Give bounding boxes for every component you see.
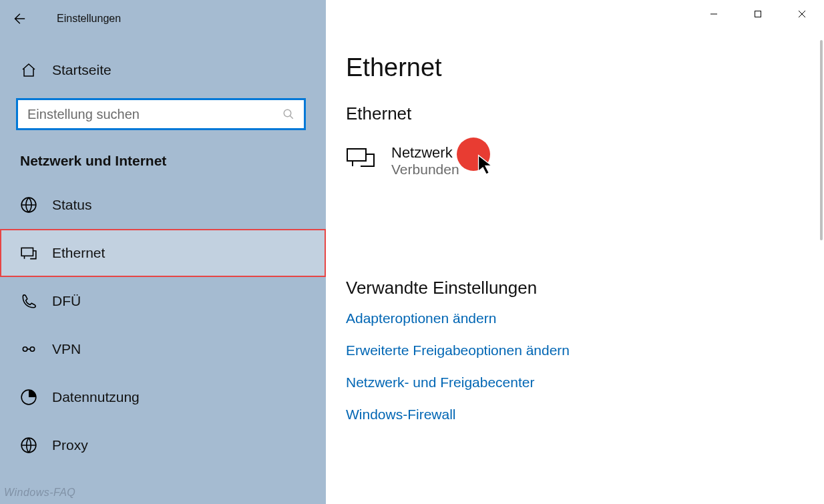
maximize-icon [754,10,762,18]
network-name: Netzwerk [391,144,459,162]
window-controls [692,0,824,28]
svg-rect-0 [755,11,761,17]
sidebar-item-label: DFÜ [52,293,81,309]
close-button[interactable] [780,0,824,28]
sidebar-item-label: Datennutzung [52,389,140,405]
network-item[interactable]: Netzwerk Verbunden [346,144,459,178]
network-icon [346,146,378,176]
data-usage-icon [20,389,37,406]
sidebar-item-label: Proxy [52,437,88,453]
sidebar-item-datennutzung[interactable]: Datennutzung [0,373,326,421]
network-labels: Netzwerk Verbunden [391,144,459,178]
minimize-button[interactable] [692,0,736,28]
content: Ethernet Ethernet Netzwerk Verbunden Ver… [326,0,824,504]
sidebar-item-label: Status [52,197,92,213]
minimize-icon [710,10,718,18]
ethernet-icon [20,244,37,262]
link-windows-firewall[interactable]: Windows-Firewall [346,407,456,423]
phone-icon [20,292,37,310]
related-settings-title: Verwandte Einstellungen [346,278,804,298]
sidebar: Startseite Netzwerk und Internet Status … [0,0,326,504]
link-adapter-options[interactable]: Adapteroptionen ändern [346,310,496,326]
search-icon [282,108,294,120]
sidebar-item-label: VPN [52,341,81,357]
sidebar-item-ethernet[interactable]: Ethernet [0,229,326,277]
app-title: Einstellungen [57,13,121,25]
proxy-icon [20,437,37,454]
page-title: Ethernet [346,53,804,82]
svg-rect-8 [347,149,366,161]
link-network-center[interactable]: Netzwerk- und Freigabecenter [346,374,534,391]
link-advanced-sharing[interactable]: Erweiterte Freigabeoptionen ändern [346,342,570,358]
sidebar-section-title: Netzwerk und Internet [20,153,326,169]
sidebar-nav: Status Ethernet DFÜ VPN [0,181,326,469]
header: Einstellungen [0,0,121,37]
search-box[interactable] [16,98,306,130]
scrollbar[interactable] [820,40,823,240]
sidebar-item-vpn[interactable]: VPN [0,325,326,373]
home-icon [20,61,37,79]
sidebar-home[interactable]: Startseite [0,50,326,90]
svg-point-1 [284,109,291,117]
svg-point-5 [30,347,34,352]
cursor-icon [476,154,495,179]
page-subheading: Ethernet [346,103,804,124]
maximize-button[interactable] [736,0,780,28]
search-container [16,98,310,130]
sidebar-item-label: Ethernet [52,245,105,261]
sidebar-item-proxy[interactable]: Proxy [0,421,326,469]
network-status: Verbunden [391,162,459,178]
sidebar-item-dfu[interactable]: DFÜ [0,277,326,325]
svg-point-4 [23,347,27,352]
svg-rect-3 [21,248,33,256]
settings-window: Einstellungen Startseite Netzwerk und In… [0,0,824,504]
sidebar-item-status[interactable]: Status [0,181,326,229]
close-icon [798,10,806,18]
arrow-left-icon [11,11,26,26]
sidebar-home-label: Startseite [52,62,112,78]
search-input[interactable] [27,107,282,122]
vpn-icon [20,340,37,358]
globe-icon [20,196,37,214]
back-button[interactable] [0,11,37,26]
